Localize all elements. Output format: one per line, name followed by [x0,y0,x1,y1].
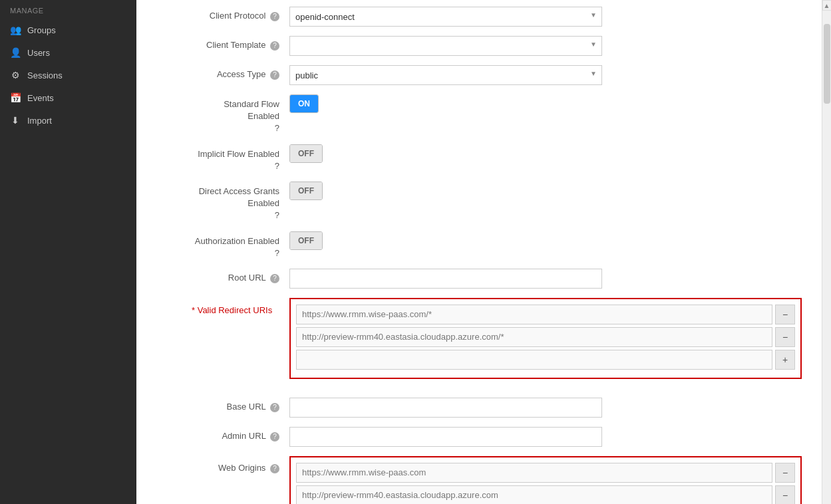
direct-access-control: OFF [289,182,802,200]
base-url-row: Base URL ? [156,398,802,418]
sidebar-item-groups[interactable]: 👥 Groups [0,19,136,41]
standard-flow-on-label: ON [290,95,318,112]
client-template-help-icon[interactable]: ? [270,41,279,51]
access-type-control: public confidential bearer-only [289,65,802,85]
sidebar-item-events[interactable]: 📅 Events [0,86,136,109]
valid-redirect-row: * Valid Redirect URIs ? − − + [156,298,802,388]
scrollbar-thumb[interactable] [824,24,830,104]
valid-redirect-add-row: + [296,350,795,370]
admin-url-label: Admin URL ? [156,427,289,441]
access-type-help-icon[interactable]: ? [270,70,279,80]
valid-redirect-bordered: − − + [289,298,802,379]
admin-url-control [289,427,802,447]
base-url-help-icon[interactable]: ? [270,403,279,412]
valid-redirect-new-input[interactable] [296,350,772,370]
web-origins-bordered: − − + [289,456,802,504]
web-origins-row-2: − [296,485,795,504]
client-protocol-row: Client Protocol ? openid-connect saml [156,7,802,27]
valid-redirect-remove-btn-1[interactable]: − [775,305,795,324]
groups-icon: 👥 [10,25,21,35]
authorization-help-icon[interactable]: ? [275,248,279,258]
scrollbar-up-arrow[interactable]: ▲ [822,0,832,11]
sidebar-item-label-groups: Groups [27,25,56,35]
valid-redirect-row-1: − [296,305,795,324]
standard-flow-control: ON [289,94,802,113]
valid-redirect-remove-btn-2[interactable]: − [775,327,795,347]
client-protocol-select[interactable]: openid-connect saml [289,7,602,27]
sidebar-item-label-sessions: Sessions [27,70,63,80]
direct-access-help-icon[interactable]: ? [275,210,279,220]
sidebar: Manage 👥 Groups 👤 Users ⚙ Sessions 📅 Eve… [0,0,136,504]
valid-redirect-label: * Valid Redirect URIs ? [156,298,289,316]
client-template-label: Client Template ? [156,36,289,51]
sidebar-item-label-events: Events [27,93,54,103]
implicit-flow-row: Implicit Flow Enabled ? OFF [156,144,802,172]
web-origins-row: Web Origins ? − − + [156,456,802,504]
valid-redirect-input-1[interactable] [296,305,772,324]
web-origins-label: Web Origins ? [156,456,289,473]
sessions-icon: ⚙ [10,70,21,80]
web-origins-help-icon[interactable]: ? [270,464,279,473]
valid-redirect-input-2[interactable] [296,327,772,347]
standard-flow-row: Standard Flow Enabled ? ON [156,94,802,135]
client-protocol-help-icon[interactable]: ? [270,12,279,21]
direct-access-off-label: OFF [290,182,322,199]
implicit-flow-off-label: OFF [290,145,322,162]
client-protocol-select-wrapper: openid-connect saml [289,7,602,27]
web-origins-row-1: − [296,463,795,483]
root-url-help-icon[interactable]: ? [270,274,279,283]
authorization-row: Authorization Enabled ? OFF [156,231,802,259]
admin-url-help-icon[interactable]: ? [270,432,279,441]
base-url-label: Base URL ? [156,398,289,412]
access-type-label: Access Type ? [156,65,289,80]
authorization-off-label: OFF [290,232,322,249]
sidebar-item-import[interactable]: ⬇ Import [0,109,136,132]
root-url-control [289,269,802,289]
authorization-label: Authorization Enabled ? [156,231,289,259]
client-template-select-wrapper [289,36,602,56]
valid-redirect-add-btn[interactable]: + [775,350,795,370]
valid-redirect-help-icon[interactable]: ? [275,305,279,315]
direct-access-toggle[interactable]: OFF [289,182,323,200]
root-url-input[interactable] [289,269,602,289]
valid-redirect-row-2: − [296,327,795,347]
implicit-flow-toggle[interactable]: OFF [289,144,323,163]
access-type-row: Access Type ? public confidential bearer… [156,65,802,85]
authorization-toggle[interactable]: OFF [289,231,323,250]
web-origins-input-2[interactable] [296,485,772,504]
standard-flow-label: Standard Flow Enabled ? [156,94,289,135]
base-url-control [289,398,802,418]
web-origins-input-1[interactable] [296,463,772,483]
scrollbar: ▲ [822,0,831,504]
users-icon: 👤 [10,47,21,58]
main-content: Client Protocol ? openid-connect saml Cl… [136,0,822,504]
client-protocol-label: Client Protocol ? [156,7,289,21]
client-template-select[interactable] [289,36,602,56]
sidebar-item-label-import: Import [27,116,52,126]
implicit-flow-help-icon[interactable]: ? [275,161,279,171]
client-template-row: Client Template ? [156,36,802,56]
sidebar-item-sessions[interactable]: ⚙ Sessions [0,64,136,86]
admin-url-row: Admin URL ? [156,427,802,447]
direct-access-label: Direct Access Grants Enabled ? [156,182,289,222]
web-origins-control: − − + [289,456,802,504]
valid-redirect-control: − − + [289,298,802,388]
admin-url-input[interactable] [289,427,602,447]
manage-label: Manage [0,0,136,19]
access-type-select[interactable]: public confidential bearer-only [289,65,602,85]
client-template-control [289,36,802,56]
events-icon: 📅 [10,92,21,103]
implicit-flow-label: Implicit Flow Enabled ? [156,144,289,172]
sidebar-item-users[interactable]: 👤 Users [0,41,136,64]
web-origins-remove-btn-1[interactable]: − [775,463,795,483]
sidebar-item-label-users: Users [27,48,50,58]
base-url-input[interactable] [289,398,602,418]
implicit-flow-control: OFF [289,144,802,163]
direct-access-row: Direct Access Grants Enabled ? OFF [156,182,802,222]
web-origins-remove-btn-2[interactable]: − [775,485,795,504]
standard-flow-help-icon[interactable]: ? [275,123,279,133]
standard-flow-toggle[interactable]: ON [289,94,319,113]
root-url-label: Root URL ? [156,269,289,283]
client-protocol-control: openid-connect saml [289,7,802,27]
root-url-row: Root URL ? [156,269,802,289]
